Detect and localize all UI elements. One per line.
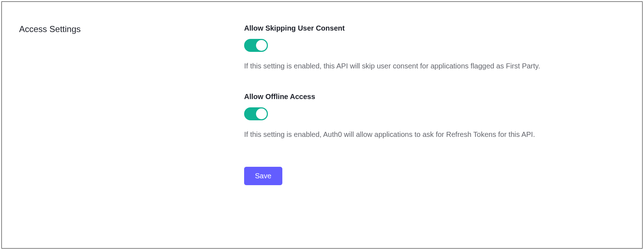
setting-offline-access-description: If this setting is enabled, Auth0 will a… bbox=[244, 128, 546, 141]
save-button[interactable]: Save bbox=[244, 167, 282, 185]
setting-offline-access: Allow Offline Access If this setting is … bbox=[244, 93, 546, 141]
toggle-knob-icon bbox=[256, 108, 267, 119]
section-title: Access Settings bbox=[19, 24, 244, 34]
setting-skip-consent-label: Allow Skipping User Consent bbox=[244, 24, 546, 32]
setting-skip-consent: Allow Skipping User Consent If this sett… bbox=[244, 24, 546, 72]
toggle-offline-access[interactable] bbox=[244, 107, 268, 120]
settings-column: Allow Skipping User Consent If this sett… bbox=[244, 24, 625, 226]
setting-offline-access-label: Allow Offline Access bbox=[244, 93, 546, 101]
access-settings-panel: Access Settings Allow Skipping User Cons… bbox=[1, 1, 643, 249]
section-header-column: Access Settings bbox=[19, 24, 244, 226]
toggle-skip-consent[interactable] bbox=[244, 39, 268, 52]
toggle-knob-icon bbox=[256, 40, 267, 51]
setting-skip-consent-description: If this setting is enabled, this API wil… bbox=[244, 60, 546, 72]
